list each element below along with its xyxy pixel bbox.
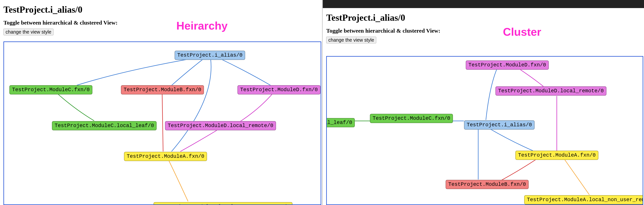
edge-bFxn-aFxn bbox=[499, 158, 538, 181]
node-bFxn[interactable]: TestProject.ModuleB.fxn/0 bbox=[121, 85, 204, 94]
node-dFxn[interactable]: TestProject.ModuleD.fxn/0 bbox=[466, 61, 549, 70]
cluster-pane: TestProject.i_alias/0 Toggle between hie… bbox=[322, 0, 644, 205]
node-aRemote[interactable]: TestProject.ModuleA.local_non_user_remot… bbox=[524, 195, 643, 204]
edge-dFxn-dRemote bbox=[240, 94, 272, 122]
edge-aFxn-aRemote bbox=[169, 161, 188, 201]
node-bFxn[interactable]: TestProject.ModuleB.fxn/0 bbox=[446, 180, 528, 189]
edge-root-aFxn bbox=[488, 128, 533, 151]
edge-root-bFxn bbox=[172, 59, 203, 85]
browser-topbar bbox=[323, 0, 644, 8]
hierarchy-graph[interactable]: TestProject.i_alias/0 TestProject.Module… bbox=[4, 42, 321, 205]
change-view-button[interactable]: change the view style bbox=[4, 29, 54, 35]
node-dFxn[interactable]: TestProject.ModuleD.fxn/0 bbox=[238, 85, 320, 94]
toggle-heading: Toggle between hierarchical & clustered … bbox=[326, 28, 640, 34]
node-dRemote[interactable]: TestProject.ModuleD.local_remote/0 bbox=[496, 86, 606, 96]
hierarchy-pane: TestProject.i_alias/0 Toggle between hie… bbox=[0, 0, 322, 205]
toggle-heading: Toggle between hierarchical & clustered … bbox=[4, 19, 318, 26]
node-root[interactable]: TestProject.i_alias/0 bbox=[174, 51, 245, 60]
node-dRemote[interactable]: TestProject.ModuleD.local_remote/0 bbox=[165, 121, 276, 130]
overlay-label-hierarchy: Heirarchy bbox=[176, 19, 228, 32]
change-view-button[interactable]: change the view style bbox=[326, 37, 376, 43]
page-title: TestProject.i_alias/0 bbox=[4, 4, 318, 15]
overlay-label-cluster: Cluster bbox=[503, 25, 541, 38]
node-cLeaf[interactable]: TestProject.ModuleC.local_leaf/0 bbox=[52, 121, 156, 130]
node-aFxn[interactable]: TestProject.ModuleA.fxn/0 bbox=[516, 151, 598, 160]
node-cFxn[interactable]: TestProject.ModuleC.fxn/0 bbox=[370, 114, 453, 123]
node-root[interactable]: TestProject.i_alias/0 bbox=[464, 120, 534, 130]
node-cFxn[interactable]: TestProject.ModuleC.fxn/0 bbox=[10, 85, 92, 94]
edge-root-dFxn bbox=[220, 59, 270, 85]
edge-aFxn-aRemote bbox=[564, 159, 590, 195]
cluster-graph[interactable]: TestProject.ModuleD.fxn/0 TestProject.Mo… bbox=[326, 56, 643, 205]
edge-dFxn-dRemote bbox=[520, 70, 544, 86]
edge-cFxn-cLeaf bbox=[58, 94, 94, 121]
edge-bFxn-aFxn bbox=[162, 94, 163, 151]
node-cLeaf[interactable]: TestProject.ModuleC.local_leaf/0 bbox=[326, 118, 355, 127]
node-aRemote[interactable]: TestProject.ModuleA.local_non_user_remot… bbox=[154, 202, 292, 205]
node-aFxn[interactable]: TestProject.ModuleA.fxn/0 bbox=[124, 152, 207, 161]
edge-root-cFxn bbox=[77, 59, 190, 85]
page-title: TestProject.i_alias/0 bbox=[326, 12, 640, 23]
